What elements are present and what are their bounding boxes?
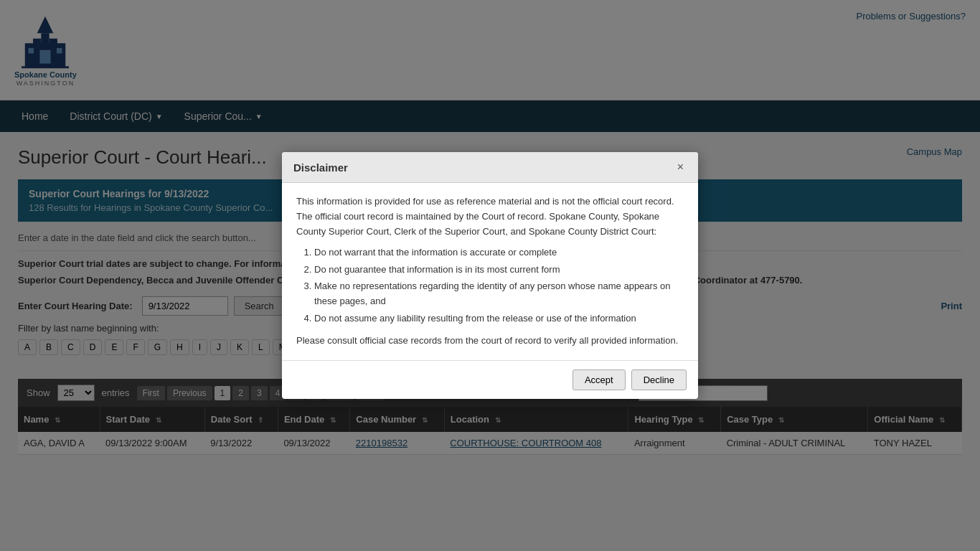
modal: Disclaimer × This information is provide… bbox=[282, 152, 698, 398]
modal-title: Disclaimer bbox=[293, 161, 348, 174]
modal-header: Disclaimer × bbox=[282, 152, 698, 183]
modal-list-item: Do not guarantee that information is in … bbox=[314, 263, 684, 278]
modal-list: Do not warrant that the information is a… bbox=[314, 245, 684, 326]
accept-button[interactable]: Accept bbox=[573, 369, 626, 390]
decline-button[interactable]: Decline bbox=[631, 369, 687, 390]
modal-overlay: Disclaimer × This information is provide… bbox=[0, 0, 980, 469]
modal-list-item: Make no representations regarding the id… bbox=[314, 279, 684, 309]
modal-close-button[interactable]: × bbox=[674, 161, 687, 174]
modal-list-item: Do not warrant that the information is a… bbox=[314, 245, 684, 260]
modal-outro: Please consult official case records fro… bbox=[296, 334, 684, 349]
modal-intro: This information is provided for use as … bbox=[296, 194, 684, 239]
modal-body: This information is provided for use as … bbox=[282, 183, 698, 359]
modal-footer: Accept Decline bbox=[282, 360, 698, 399]
modal-list-item: Do not assume any liability resulting fr… bbox=[314, 311, 684, 326]
